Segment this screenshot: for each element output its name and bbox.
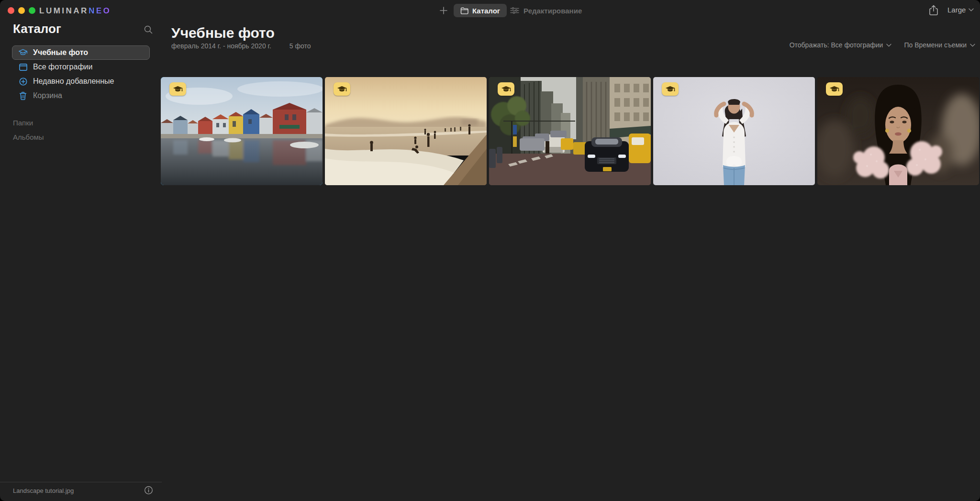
show-filter-dropdown[interactable]: Отображать: Все фотографии bbox=[790, 41, 892, 49]
search-icon bbox=[144, 25, 153, 34]
photos-icon bbox=[18, 62, 28, 72]
sidebar-item-label: Недавно добавленные bbox=[33, 77, 114, 86]
sidebar-title: Каталог bbox=[13, 22, 61, 36]
tutorial-badge bbox=[334, 82, 350, 96]
thumbnail-size-dropdown[interactable]: Large bbox=[947, 6, 974, 14]
tab-catalog-label: Каталог bbox=[472, 7, 500, 15]
sidebar-item-label: Все фотографии bbox=[33, 63, 92, 71]
search-button[interactable] bbox=[144, 25, 153, 34]
chevron-down-icon bbox=[970, 44, 975, 47]
chevron-down-icon bbox=[969, 8, 974, 11]
sort-dropdown[interactable]: По Времени съемки bbox=[904, 41, 975, 49]
sort-label: По Времени съемки bbox=[904, 41, 967, 49]
tutorial-badge bbox=[169, 82, 186, 96]
tab-edit-label: Редактирование bbox=[523, 7, 582, 15]
collection-meta: февраль 2014 г. - ноябрь 2020 г. 5 фото bbox=[171, 42, 311, 50]
share-icon bbox=[928, 5, 939, 16]
chevron-down-icon bbox=[886, 44, 891, 47]
page-title: Учебные фото bbox=[171, 25, 275, 41]
sidebar-nav: Учебные фото Все фотографии Недавно доба… bbox=[0, 45, 162, 103]
sidebar-item-label: Корзина bbox=[33, 91, 62, 100]
info-button[interactable] bbox=[144, 486, 153, 495]
graduation-cap-icon bbox=[337, 84, 347, 94]
info-icon bbox=[144, 486, 153, 495]
photo-thumbnail-3[interactable] bbox=[489, 77, 651, 185]
sidebar: Каталог Учебные фото Все фотографии bbox=[0, 0, 162, 501]
tutorial-badge bbox=[662, 82, 679, 96]
photo-count: 5 фото bbox=[290, 42, 311, 50]
tutorial-badge bbox=[826, 82, 843, 96]
sidebar-footer-divider bbox=[0, 482, 162, 482]
sliders-icon bbox=[510, 7, 519, 14]
graduation-cap-icon bbox=[18, 48, 28, 57]
photo-grid bbox=[161, 77, 980, 185]
plus-icon bbox=[439, 6, 448, 15]
graduation-cap-icon bbox=[829, 84, 839, 94]
show-filter-label: Отображать: Все фотографии bbox=[790, 41, 883, 49]
photo-thumbnail-4[interactable] bbox=[653, 77, 815, 185]
tab-catalog[interactable]: Каталог bbox=[454, 4, 507, 17]
thumbnail-size-value: Large bbox=[947, 6, 966, 14]
photo-thumbnail-5[interactable] bbox=[817, 77, 979, 185]
share-button[interactable] bbox=[928, 5, 940, 16]
filter-bar: Отображать: Все фотографии По Времени съ… bbox=[790, 41, 975, 49]
graduation-cap-icon bbox=[501, 84, 511, 94]
trash-icon bbox=[18, 91, 28, 100]
folder-icon bbox=[460, 7, 468, 14]
sidebar-item-tutorial-photos[interactable]: Учебные фото bbox=[12, 45, 150, 60]
sidebar-item-label: Учебные фото bbox=[33, 48, 88, 57]
graduation-cap-icon bbox=[665, 84, 675, 94]
photo-thumbnail-1[interactable] bbox=[161, 77, 323, 185]
tab-edit[interactable]: Редактирование bbox=[510, 4, 582, 17]
luminar-neo-window: LUMINARNEO Каталог Редактирование Large … bbox=[0, 0, 980, 501]
current-filename: Landscape tutorial.jpg bbox=[13, 487, 74, 494]
sidebar-item-all-photos[interactable]: Все фотографии bbox=[12, 60, 150, 74]
sidebar-item-trash[interactable]: Корзина bbox=[12, 89, 150, 103]
add-tab-button[interactable] bbox=[438, 5, 449, 16]
graduation-cap-icon bbox=[173, 84, 183, 94]
date-range: февраль 2014 г. - ноябрь 2020 г. bbox=[171, 42, 271, 50]
tutorial-badge bbox=[498, 82, 514, 96]
sidebar-section-folders[interactable]: Папки bbox=[13, 119, 44, 127]
photo-thumbnail-2[interactable] bbox=[325, 77, 487, 185]
sidebar-item-recently-added[interactable]: Недавно добавленные bbox=[12, 74, 150, 89]
sidebar-sections: Папки Альбомы bbox=[13, 119, 44, 147]
sidebar-section-albums[interactable]: Альбомы bbox=[13, 133, 44, 141]
plus-circle-icon bbox=[18, 77, 28, 86]
